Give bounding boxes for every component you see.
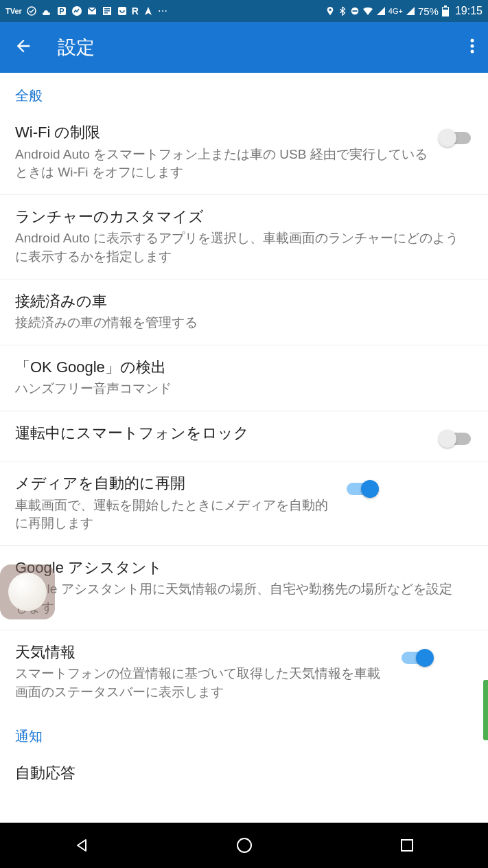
section-header-notifications: 通知: [0, 713, 488, 751]
nav-back-button[interactable]: [72, 836, 91, 855]
battery-pct: 75%: [418, 5, 439, 17]
setting-wifi-limit[interactable]: Wi-Fi の制限 Android Auto をスマートフォン上または車の US…: [0, 111, 488, 195]
svg-rect-7: [104, 10, 110, 12]
section-header-general: 全般: [0, 73, 488, 111]
status-bar: TVer P R ⋯ 4G+ 75% 19:15: [0, 0, 488, 22]
app-bar: 設定: [0, 22, 488, 73]
setting-desc: 車載画面で、運転を開始したときにメディアを自動的に再開します: [15, 496, 334, 533]
setting-title: Google アシスタント: [15, 558, 462, 578]
switch-weather[interactable]: [399, 648, 434, 667]
setting-title: 運転中にスマートフォンをロック: [15, 424, 428, 444]
setting-media-resume[interactable]: メディアを自動的に再開 車載画面で、運転を開始したときにメディアを自動的に再開し…: [0, 461, 488, 546]
gmail-icon: [86, 5, 97, 16]
nav-arrow-icon: [143, 5, 154, 16]
more-icon: ⋯: [158, 5, 167, 16]
news-icon: [102, 5, 113, 16]
switch-media-resume[interactable]: [345, 479, 379, 499]
setting-desc: Google アシスタント用に天気情報の場所、自宅や勤務先の場所などを設定します: [15, 580, 462, 617]
assistive-touch-button[interactable]: [0, 564, 55, 619]
signal-1-icon: [376, 6, 386, 16]
switch-wifi-limit[interactable]: [439, 128, 473, 148]
setting-ok-google[interactable]: 「OK Google」の検出 ハンズフリー音声コマンド: [0, 345, 488, 411]
tver-icon: TVer: [5, 7, 22, 15]
svg-rect-9: [118, 7, 126, 15]
svg-rect-13: [444, 5, 447, 7]
status-left-icons: TVer P R ⋯: [5, 5, 167, 16]
clock: 19:15: [455, 5, 483, 17]
svg-point-10: [329, 9, 332, 12]
setting-title: 天気情報: [15, 643, 388, 663]
chart-icon: [71, 5, 82, 16]
bag-icon: [117, 5, 128, 16]
svg-point-18: [471, 50, 474, 54]
overflow-menu-button[interactable]: [470, 38, 474, 56]
setting-desc: Android Auto をスマートフォン上または車の USB 経由で実行してい…: [15, 146, 428, 182]
svg-rect-15: [443, 8, 448, 10]
signal-2-icon: [406, 6, 415, 16]
wifi-icon: [362, 6, 373, 16]
setting-desc: ハンズフリー音声コマンド: [15, 380, 462, 398]
setting-connected-cars[interactable]: 接続済みの車 接続済みの車の情報を管理する: [0, 279, 488, 345]
r-icon: R: [132, 5, 139, 16]
setting-desc: Android Auto に表示するアプリを選択し、車載画面のランチャーにどのよ…: [15, 229, 462, 266]
p-icon: P: [56, 5, 67, 16]
svg-rect-12: [352, 10, 357, 12]
setting-title: Wi-Fi の制限: [15, 123, 428, 143]
svg-point-17: [471, 45, 474, 48]
scroll-indicator: [483, 680, 488, 740]
setting-launcher-customize[interactable]: ランチャーのカスタマイズ Android Auto に表示するアプリを選択し、車…: [0, 195, 488, 279]
page-title: 設定: [58, 35, 470, 60]
setting-title: 接続済みの車: [15, 292, 462, 312]
setting-title: メディアを自動的に再開: [15, 474, 334, 494]
assistive-touch-icon: [8, 573, 47, 611]
battery-icon: [441, 5, 450, 16]
dnd-icon: [350, 6, 360, 16]
system-nav-bar: [0, 823, 488, 868]
status-right: 4G+ 75% 19:15: [325, 5, 483, 17]
setting-title: 自動応答: [15, 764, 462, 784]
svg-rect-20: [402, 840, 413, 851]
network-label: 4G+: [388, 7, 403, 15]
svg-point-19: [237, 838, 251, 852]
setting-lock-phone[interactable]: 運転中にスマートフォンをロック: [0, 411, 488, 461]
nav-recent-button[interactable]: [397, 836, 417, 855]
setting-auto-reply[interactable]: 自動応答: [0, 751, 488, 789]
nav-home-button[interactable]: [235, 836, 254, 855]
location-icon: [325, 6, 335, 16]
setting-desc: 接続済みの車の情報を管理する: [15, 314, 462, 332]
switch-lock-phone[interactable]: [439, 429, 473, 448]
bluetooth-icon: [338, 6, 347, 16]
svg-text:P: P: [59, 7, 64, 15]
back-button[interactable]: [14, 36, 33, 58]
svg-rect-6: [104, 8, 110, 10]
setting-google-assistant[interactable]: Google アシスタント Google アシスタント用に天気情報の場所、自宅や…: [0, 546, 488, 630]
svg-point-16: [471, 39, 474, 43]
settings-list[interactable]: 全般 Wi-Fi の制限 Android Auto をスマートフォン上または車の…: [0, 73, 488, 823]
weather-icon: [41, 5, 52, 16]
app-icon-1: [26, 5, 37, 16]
svg-rect-8: [104, 12, 108, 14]
setting-title: ランチャーのカスタマイズ: [15, 207, 462, 227]
setting-title: 「OK Google」の検出: [15, 358, 462, 378]
setting-weather[interactable]: 天気情報 スマートフォンの位置情報に基づいて取得した天気情報を車載画面のステータ…: [0, 630, 488, 714]
setting-desc: スマートフォンの位置情報に基づいて取得した天気情報を車載画面のステータスバーに表…: [15, 665, 388, 701]
